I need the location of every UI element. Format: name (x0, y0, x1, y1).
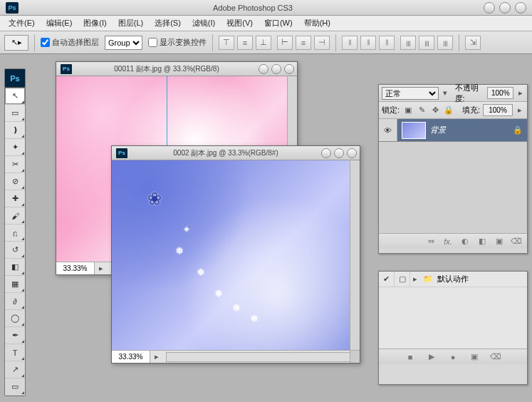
action-dialog-toggle[interactable]: ▢ (395, 272, 410, 287)
align-right-icon[interactable]: ⊣ (314, 36, 330, 50)
gradient-tool[interactable]: ▦ (5, 276, 25, 293)
document-window-2[interactable]: Ps 0002 副本.jpg @ 33.3%(RGB/8#) ✽ ✽ ✽ ✽ ✽… (111, 145, 360, 364)
eraser-tool[interactable]: ◧ (5, 259, 25, 276)
blur-tool[interactable]: ∂ (5, 293, 25, 310)
distribute-hcenter-icon[interactable]: ⫼ (419, 36, 434, 50)
align-vcenter-icon[interactable]: ≡ (237, 36, 253, 50)
lock-position-icon[interactable]: ✥ (429, 105, 441, 116)
record-action-icon[interactable]: ● (447, 353, 459, 361)
close-button[interactable] (515, 2, 526, 14)
delete-layer-icon[interactable]: ⌫ (510, 237, 523, 246)
doc2-zoom-field[interactable]: 33.33% (112, 351, 150, 363)
lock-all-icon[interactable]: 🔒 (443, 105, 454, 116)
auto-select-target-select[interactable]: Group (105, 36, 142, 50)
lasso-tool[interactable]: ❫ (5, 122, 25, 139)
action-toggle-checkbox[interactable]: ✔ (379, 272, 395, 287)
align-left-icon[interactable]: ⊢ (277, 36, 293, 50)
layer-name[interactable]: 背景 (430, 125, 513, 135)
distribute-group-1: ⫴ ⫴ ⫴ (342, 36, 395, 50)
show-transform-checkbox[interactable]: 显示变换控件 (148, 37, 207, 48)
lock-transparency-icon[interactable]: ▣ (402, 105, 414, 116)
magic-wand-tool[interactable]: ✦ (5, 139, 25, 156)
current-tool-icon[interactable]: ↖▸ (4, 35, 28, 51)
doc2-titlebar[interactable]: Ps 0002 副本.jpg @ 33.3%(RGB/8#) (112, 146, 360, 160)
layer-mask-icon[interactable]: ◐ (459, 237, 471, 246)
menu-window[interactable]: 窗口(W) (260, 16, 297, 30)
doc1-close-button[interactable] (284, 64, 294, 74)
opacity-field[interactable]: 100% (487, 87, 513, 99)
adjustment-layer-icon[interactable]: ◧ (476, 237, 489, 246)
separator (212, 34, 213, 51)
menu-view[interactable]: 视图(V) (222, 16, 257, 30)
play-action-icon[interactable]: ▶ (425, 352, 438, 361)
align-bottom-icon[interactable]: ⊥ (256, 36, 271, 50)
slice-tool[interactable]: ⊘ (5, 173, 25, 190)
align-top-icon[interactable]: ⊤ (219, 36, 234, 50)
layers-blend-row: 正常 ▾ 不透明度: 100% ▸ (379, 85, 527, 102)
doc1-maximize-button[interactable] (271, 64, 281, 74)
delete-action-icon[interactable]: ⌫ (489, 352, 502, 361)
blend-mode-chevron-icon[interactable]: ▾ (442, 88, 449, 98)
distribute-right-icon[interactable]: ⫼ (437, 36, 453, 50)
doc2-status-menu-icon[interactable]: ▸ (150, 352, 163, 361)
layer-item-background[interactable]: 👁 背景 🔒 (379, 119, 527, 142)
blend-mode-select[interactable]: 正常 (382, 87, 439, 100)
menu-select[interactable]: 选择(S) (150, 16, 185, 30)
show-transform-input[interactable] (148, 38, 157, 47)
lock-pixels-icon[interactable]: ✎ (416, 105, 427, 116)
pen-tool[interactable]: ✒ (5, 327, 25, 344)
distribute-top-icon[interactable]: ⫴ (342, 36, 358, 50)
align-hcenter-icon[interactable]: ≡ (296, 36, 311, 50)
doc1-titlebar[interactable]: Ps 00011 副本.jpg @ 33.3%(RGB/8) (56, 62, 297, 76)
menu-filter[interactable]: 滤镜(I) (188, 16, 219, 30)
distribute-bottom-icon[interactable]: ⫴ (379, 36, 395, 50)
maximize-button[interactable] (499, 2, 511, 14)
layer-visibility-icon[interactable]: 👁 (379, 119, 397, 141)
move-tool[interactable]: ↖ (5, 88, 25, 105)
doc2-resize-grip[interactable] (350, 350, 360, 363)
fill-field[interactable]: 100% (483, 104, 513, 116)
stop-action-icon[interactable]: ■ (404, 353, 417, 361)
action-set-default[interactable]: ✔ ▢ ▸ 📁 默认动作 (379, 272, 527, 287)
link-layers-icon[interactable]: ⇔ (424, 237, 437, 246)
shape-tool[interactable]: ▭ (5, 378, 25, 396)
history-brush-tool[interactable]: ↺ (5, 242, 25, 259)
layer-thumbnail[interactable] (402, 122, 426, 139)
doc2-canvas[interactable]: ✽ ✽ ✽ ✽ ✽ ✦ ❀ (112, 160, 350, 350)
options-bar: ↖▸ 自动选择图层 Group 显示变换控件 ⊤ ≡ ⊥ ⊢ ≡ ⊣ ⫴ ⫴ ⫴… (0, 31, 532, 54)
distribute-vcenter-icon[interactable]: ⫴ (360, 36, 376, 50)
menu-image[interactable]: 图像(I) (79, 16, 110, 30)
flyout-indicator-icon (21, 374, 24, 377)
distribute-left-icon[interactable]: ⫼ (400, 36, 416, 50)
crop-tool[interactable]: ✂ (5, 156, 25, 173)
menu-help[interactable]: 帮助(H) (300, 16, 335, 30)
auto-align-icon[interactable]: ⇲ (465, 36, 481, 50)
doc1-status-menu-icon[interactable]: ▸ (95, 264, 108, 273)
minimize-button[interactable] (484, 2, 495, 14)
dodge-tool[interactable]: ◯ (5, 310, 25, 327)
doc2-horizontal-scrollbar[interactable] (166, 352, 357, 362)
new-action-icon[interactable]: ▣ (468, 352, 481, 361)
auto-select-checkbox[interactable]: 自动选择图层 (41, 37, 99, 48)
brush-tool[interactable]: 🖌 (5, 207, 25, 225)
action-expand-icon[interactable]: ▸ (410, 274, 420, 284)
menu-layer[interactable]: 图层(L) (114, 16, 147, 30)
stamp-tool[interactable]: ⎌ (5, 225, 25, 242)
doc2-close-button[interactable] (347, 148, 357, 158)
doc2-maximize-button[interactable] (334, 148, 344, 158)
menu-file[interactable]: 文件(E) (4, 16, 39, 30)
type-tool[interactable]: T (5, 344, 25, 361)
path-select-tool[interactable]: ↗ (5, 361, 25, 378)
auto-select-input[interactable] (41, 38, 50, 47)
doc2-vertical-scrollbar[interactable] (350, 160, 360, 350)
healing-brush-tool[interactable]: ✚ (5, 190, 25, 207)
opacity-chevron-icon[interactable]: ▸ (516, 88, 524, 98)
menu-edit[interactable]: 编辑(E) (42, 16, 77, 30)
doc2-minimize-button[interactable] (321, 148, 331, 158)
fill-chevron-icon[interactable]: ▸ (516, 105, 524, 115)
layer-fx-icon[interactable]: fx. (442, 237, 454, 246)
doc1-zoom-field[interactable]: 33.33% (56, 262, 95, 274)
marquee-tool[interactable]: ▭ (5, 105, 25, 122)
new-layer-icon[interactable]: ▣ (493, 237, 506, 246)
doc1-minimize-button[interactable] (259, 64, 268, 74)
